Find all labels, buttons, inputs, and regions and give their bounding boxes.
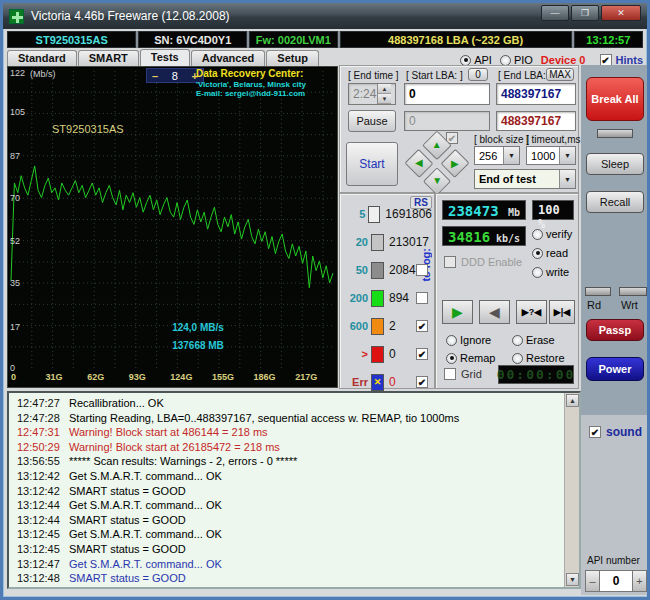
percent-lcd: 100 % (532, 200, 574, 220)
ddd-checkbox[interactable] (444, 256, 456, 268)
log-time: 12:47:27 (17, 396, 69, 411)
option-ignore[interactable]: Ignore (446, 334, 508, 346)
tab-tests[interactable]: Tests (140, 49, 190, 67)
dropdown-icon[interactable]: ▼ (559, 170, 575, 188)
grid-checkbox[interactable] (444, 368, 456, 380)
sound-toggle[interactable]: ✔ sound (589, 425, 642, 439)
max-lba-button[interactable]: MAX (546, 68, 574, 81)
start-lba-input[interactable]: 0 (404, 83, 490, 105)
radio-ignore-icon[interactable] (446, 335, 457, 346)
option-erase[interactable]: Erase (512, 334, 574, 346)
title-bar[interactable]: Victoria 4.46b Freeware (12.08.2008) — ❐… (3, 3, 647, 29)
radio-remap-icon[interactable] (446, 353, 457, 364)
option-remap[interactable]: Remap (446, 352, 508, 364)
x-tick-label: 62G (87, 372, 104, 382)
speed-graph-plot (8, 67, 337, 387)
radio-restore-icon[interactable] (512, 353, 523, 364)
x-tick-label: 31G (46, 372, 63, 382)
legend-count: 2084 (389, 263, 416, 277)
recall-button[interactable]: Recall (586, 191, 644, 213)
maximize-button[interactable]: ❐ (571, 5, 599, 21)
start-button[interactable]: Start (346, 142, 398, 186)
end-lba-input[interactable]: 488397167 (496, 83, 576, 105)
tab-standard[interactable]: Standard (7, 50, 77, 66)
end-time-spinner[interactable]: ▲ ▼ (377, 84, 391, 104)
tab-advanced[interactable]: Advanced (191, 50, 266, 66)
power-button[interactable]: Power (586, 357, 644, 381)
dropdown-icon[interactable]: ▼ (503, 147, 519, 164)
play-button[interactable]: ▶ (442, 300, 473, 324)
log-text: Get S.M.A.R.T. command... OK (69, 527, 222, 542)
ddd-enable-toggle[interactable]: DDD Enable (444, 256, 522, 268)
api-number-minus-button[interactable]: – (585, 570, 600, 592)
drive-capacity: 488397168 LBA (~232 GB) (340, 31, 572, 48)
option-verify[interactable]: verify (532, 228, 572, 240)
label-ignore: Ignore (460, 334, 491, 346)
data-recovery-banner: Data Recovery Center: 'Victoria', Belaru… (196, 68, 334, 98)
block-size-select[interactable]: 256 ▼ (474, 146, 520, 165)
api-number-plus-button[interactable]: + (632, 570, 647, 592)
close-button[interactable]: ✕ (601, 5, 641, 21)
legend-log-checkbox[interactable]: ✔ (416, 348, 428, 360)
legend-log-checkbox[interactable]: ✔ (416, 376, 428, 388)
dropdown-icon[interactable]: ▼ (559, 147, 575, 164)
radio-pio-icon[interactable] (500, 55, 511, 66)
speed-unit: kb/s (496, 233, 520, 244)
after-action-select[interactable]: End of test ▼ (474, 169, 576, 189)
stop-pair-button[interactable]: ▶|◀ (549, 300, 575, 324)
legend-row-gt: >0✔ (342, 340, 432, 368)
timeout-select[interactable]: 1000 ▼ (526, 146, 576, 165)
break-all-button[interactable]: Break All (586, 77, 644, 121)
label-write: write (546, 266, 569, 278)
pause-button[interactable]: Pause (348, 110, 396, 132)
radio-read-icon[interactable] (532, 248, 543, 259)
scroll-down-icon[interactable]: ▼ (566, 573, 579, 586)
defect-action-group: IgnoreEraseRemapRestore (446, 334, 574, 364)
zero-lba-button[interactable]: 0 (468, 68, 488, 81)
position-unit: Mb (508, 207, 520, 218)
radio-api-icon[interactable] (460, 55, 471, 66)
rewind-button[interactable]: ◀ (479, 300, 510, 324)
end-time-value: 2:24 (353, 87, 376, 101)
tab-smart[interactable]: SMART (78, 50, 139, 66)
end-time-field[interactable]: 2:24 ▲ ▼ (348, 83, 396, 105)
grid-toggle[interactable]: Grid (444, 368, 482, 380)
option-restore[interactable]: Restore (512, 352, 574, 364)
sleep-button[interactable]: Sleep (586, 153, 644, 175)
spin-down-icon[interactable]: ▼ (378, 94, 391, 104)
x-tick-label: 217G (295, 372, 317, 382)
radio-erase-icon[interactable] (512, 335, 523, 346)
pad-right-button[interactable]: ▶ (441, 149, 470, 178)
tab-setup[interactable]: Setup (266, 50, 319, 66)
sound-checkbox[interactable]: ✔ (589, 426, 601, 438)
option-write[interactable]: write (532, 266, 572, 278)
banner-line3: E-mail: sergei@hdd-911.com (196, 89, 334, 98)
spin-up-icon[interactable]: ▲ (378, 84, 391, 94)
legend-count: 1691806 (385, 207, 432, 221)
pad-down-button[interactable]: ▼ (423, 167, 452, 196)
log-scrollbar[interactable]: ▲ ▼ (564, 393, 579, 587)
graph-zoom-out-button[interactable]: – (152, 70, 158, 82)
scan-question-button[interactable]: ▶?◀ (516, 300, 547, 324)
log-text: SMART status = GOOD (69, 513, 186, 528)
drive-serial: SN: 6VC4D0Y1 (138, 31, 247, 48)
log-line: 13:12:44SMART status = GOOD (9, 513, 579, 528)
log-panel[interactable]: 12:47:27Recallibration... OK12:47:28Star… (7, 391, 581, 589)
label-restore: Restore (526, 352, 565, 364)
legend-log-checkbox[interactable]: ✔ (416, 320, 428, 332)
radio-verify-icon[interactable] (532, 229, 543, 240)
legend-count: 2 (389, 319, 396, 333)
legend-row-20: 20213017 (342, 228, 432, 256)
option-read[interactable]: read (532, 247, 572, 259)
graph-zoom-value: 8 (172, 70, 178, 82)
graph-unit-label: (Mb/s) (30, 69, 56, 79)
legend-log-checkbox[interactable] (416, 264, 428, 276)
radio-write-icon[interactable] (532, 267, 543, 278)
legend-log-checkbox[interactable] (416, 292, 428, 304)
write-led (619, 287, 647, 296)
scroll-up-icon[interactable]: ▲ (566, 394, 579, 407)
log-time: 13:12:42 (17, 484, 69, 499)
minimize-button[interactable]: — (541, 5, 569, 21)
passp-button[interactable]: Passp (586, 319, 644, 341)
window-title: Victoria 4.46b Freeware (12.08.2008) (31, 9, 230, 23)
